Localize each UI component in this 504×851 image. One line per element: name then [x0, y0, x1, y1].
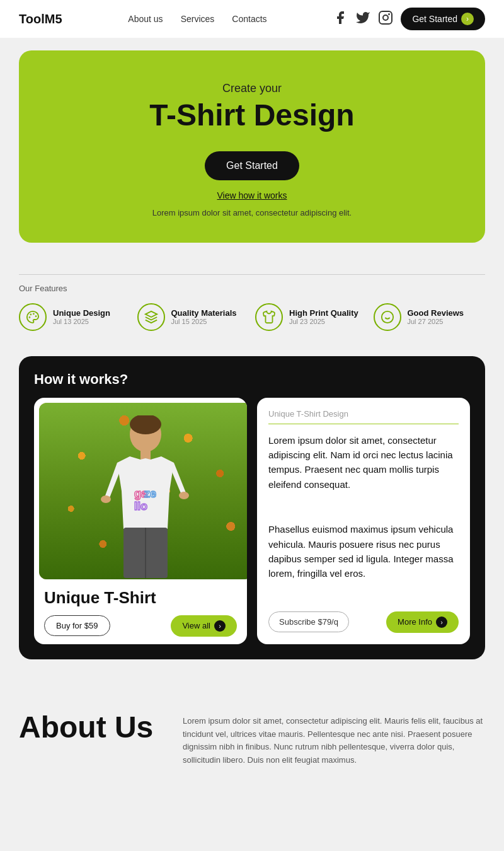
navigation: About us Services Contacts [128, 14, 266, 24]
feature-good-reviews-date: Jul 27 2025 [408, 318, 464, 325]
features-grid: Unique Design Jul 13 2025 Quality Materi… [19, 303, 485, 331]
person-svg: ga ze llo [95, 415, 196, 579]
how-card: How it works? [19, 356, 485, 659]
how-right-body2: Phasellus euismod maximus ipsum vehicula… [268, 522, 459, 601]
instagram-icon[interactable] [378, 10, 393, 28]
feature-quality-materials: Quality Materials Jul 15 2025 [137, 303, 249, 331]
hero-title: T-Shirt Design [38, 99, 466, 132]
features-label: Our Features [19, 274, 485, 293]
subscribe-button[interactable]: Subscribe $79/q [268, 611, 349, 632]
how-section: How it works? [0, 344, 504, 678]
how-right-header: Unique T-Shirt Design [268, 409, 459, 424]
how-image: ga ze llo [39, 403, 247, 579]
feature-unique-design-name: Unique Design [53, 308, 110, 318]
svg-point-1 [383, 15, 388, 20]
buy-button[interactable]: Buy for $59 [44, 615, 110, 636]
svg-marker-7 [145, 311, 156, 317]
features-section: Our Features Unique Design Jul 13 2025 [0, 255, 504, 344]
how-right-card: Unique T-Shirt Design Lorem ipsum dolor … [257, 398, 470, 644]
palette-icon [19, 303, 47, 331]
how-left-buttons: Buy for $59 View all › [44, 615, 237, 637]
twitter-icon[interactable] [355, 10, 370, 28]
svg-text:ze: ze [144, 487, 156, 500]
about-inner: About Us Lorem ipsum dolor sit amet, con… [19, 710, 485, 767]
feature-unique-design-text: Unique Design Jul 13 2025 [53, 308, 110, 325]
facebook-icon[interactable] [333, 10, 348, 28]
feature-high-print: High Print Quality Jul 23 2025 [255, 303, 367, 331]
tshirt-icon [255, 303, 283, 331]
feature-unique-design: Unique Design Jul 13 2025 [19, 303, 131, 331]
svg-point-5 [30, 314, 31, 315]
feature-high-print-text: High Print Quality Jul 23 2025 [289, 308, 358, 325]
feature-high-print-name: High Print Quality [289, 308, 358, 318]
svg-rect-0 [379, 11, 392, 24]
how-left-title: Unique T-Shirt [44, 588, 237, 608]
svg-point-6 [30, 317, 30, 318]
svg-point-8 [381, 311, 392, 323]
how-right-buttons: Subscribe $79/q More Info › [268, 611, 459, 633]
arrow-icon: › [461, 13, 474, 25]
view-all-arrow-icon: › [214, 620, 226, 632]
feature-good-reviews-name: Good Reviews [408, 308, 464, 318]
hero-lorem: Lorem ipsum dolor sit amet, consectetur … [38, 208, 466, 217]
feature-quality-materials-date: Jul 15 2025 [171, 318, 237, 325]
view-all-button[interactable]: View all › [171, 615, 237, 637]
social-icons: Get Started › [333, 8, 485, 30]
nav-services[interactable]: Services [181, 14, 215, 24]
about-section: About Us Lorem ipsum dolor sit amet, con… [0, 678, 504, 805]
hero-card: Create your T-Shirt Design Get Started V… [19, 50, 485, 243]
how-title: How it works? [34, 371, 470, 388]
hero-view-link[interactable]: View how it works [38, 190, 466, 200]
nav-about-us[interactable]: About us [128, 14, 163, 24]
logo: ToolM5 [19, 12, 62, 26]
header-get-started-button[interactable]: Get Started › [401, 8, 485, 30]
feature-high-print-date: Jul 23 2025 [289, 318, 358, 325]
how-left-card: ga ze llo [34, 398, 247, 644]
hero-subtitle: Create your [38, 82, 466, 95]
feature-good-reviews: Good Reviews Jul 27 2025 [374, 303, 486, 331]
about-text: Lorem ipsum dolor sit amet, consectetur … [183, 710, 485, 767]
more-info-button[interactable]: More Info › [386, 611, 459, 633]
feature-unique-design-date: Jul 13 2025 [53, 318, 110, 325]
how-left-bottom: Unique T-Shirt Buy for $59 View all › [34, 579, 247, 644]
svg-point-4 [36, 316, 37, 316]
smile-icon [374, 303, 401, 331]
feature-good-reviews-text: Good Reviews Jul 27 2025 [408, 308, 464, 325]
feature-quality-materials-name: Quality Materials [171, 308, 237, 318]
hero-cta-button[interactable]: Get Started [205, 151, 299, 180]
how-grid: ga ze llo [34, 398, 470, 644]
how-right-body1: Lorem ipsum dolor sit amet, consectetur … [268, 433, 459, 512]
svg-point-18 [179, 492, 189, 499]
feature-quality-materials-text: Quality Materials Jul 15 2025 [171, 308, 237, 325]
svg-point-2 [389, 14, 389, 14]
layers-icon [137, 303, 165, 331]
header: ToolM5 About us Services Contacts Get St… [0, 0, 504, 38]
svg-point-17 [101, 495, 111, 503]
svg-text:llo: llo [134, 500, 147, 512]
svg-point-3 [33, 313, 34, 314]
svg-rect-13 [140, 450, 151, 460]
about-title: About Us [19, 710, 158, 744]
more-info-arrow-icon: › [436, 617, 447, 628]
nav-contacts[interactable]: Contacts [232, 14, 266, 24]
hero-section: Create your T-Shirt Design Get Started V… [0, 38, 504, 255]
